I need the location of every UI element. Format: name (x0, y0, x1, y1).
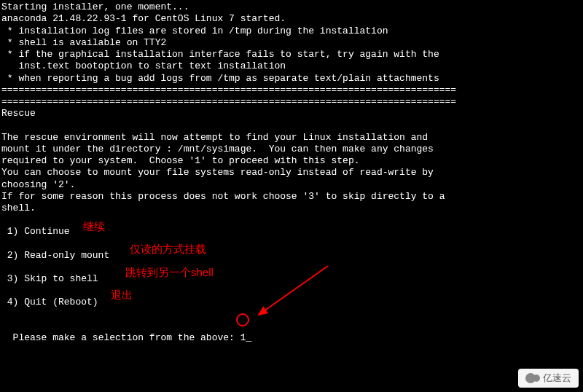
terminal-line: * when reporting a bug add logs from /tm… (1, 73, 583, 85)
annotation-quit: 退出 (111, 289, 133, 302)
divider: ========================================… (1, 96, 583, 108)
terminal-line: required to your system. Choose '1' to p… (1, 155, 583, 167)
option-skip-to-shell[interactable]: 3) Skip to shell (1, 273, 583, 285)
terminal-line: * if the graphical installation interfac… (1, 49, 583, 60)
terminal-line: * installation log files are stored in /… (1, 26, 583, 37)
terminal-line: anaconda 21.48.22.93-1 for CentOS Linux … (1, 13, 583, 25)
annotation-continue: 继续 (83, 220, 105, 234)
terminal-line: If for some reason this process does not… (1, 191, 583, 203)
rescue-header: Rescue (1, 108, 583, 119)
terminal-line: choosing '2'. (1, 179, 583, 191)
terminal-line: mount it under the directory : /mnt/sysi… (1, 144, 583, 155)
selection-prompt: Please make a selection from the above: (13, 332, 240, 343)
option-readonly-mount[interactable]: 2) Read-only mount (1, 250, 583, 262)
text-cursor: _ (246, 332, 251, 343)
cloud-icon (525, 373, 540, 383)
circle-highlight-icon (236, 313, 249, 326)
annotation-readonly: 仅读的方式挂载 (130, 243, 206, 256)
option-quit-reboot[interactable]: 4) Quit (Reboot) (1, 297, 583, 308)
terminal-line: inst.text bootoption to start text insta… (1, 60, 583, 72)
terminal-line: * shell is available on TTY2 (1, 37, 583, 49)
terminal-line: shell. (1, 203, 583, 214)
terminal-line: The rescue environment will now attempt … (1, 132, 583, 144)
divider: ========================================… (1, 85, 583, 96)
watermark: 亿速云 (518, 369, 579, 388)
selection-prompt-line[interactable]: Please make a selection from the above: … (1, 320, 583, 344)
watermark-text: 亿速云 (543, 372, 571, 384)
terminal-line: Starting installer, one moment... (1, 1, 583, 13)
terminal-line: You can choose to mount your file system… (1, 167, 583, 179)
annotation-skip: 跳转到另一个shell (125, 266, 214, 280)
